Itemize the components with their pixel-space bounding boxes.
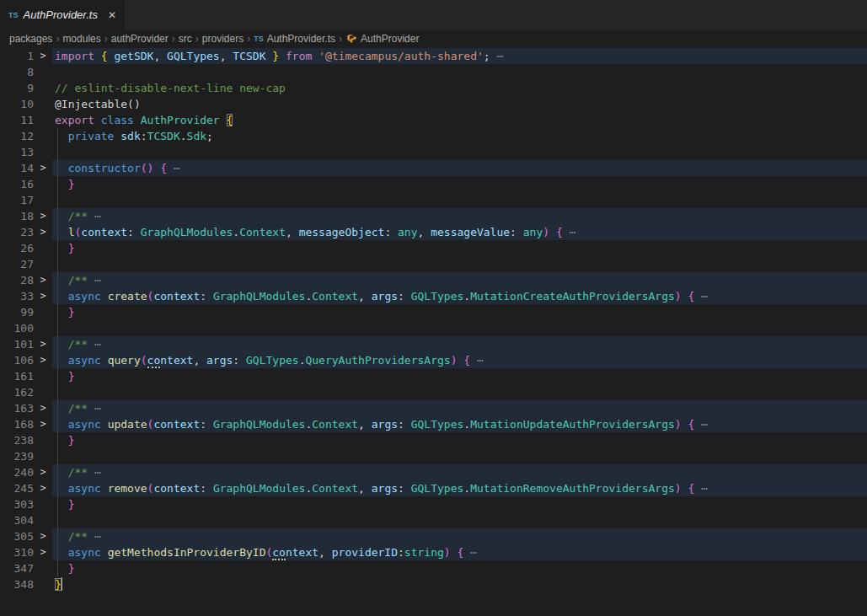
code-line[interactable]: 239 xyxy=(0,448,867,464)
line-content[interactable]: /** ⋯ xyxy=(52,336,867,352)
fold-chevron-icon[interactable]: > xyxy=(34,48,52,64)
line-content[interactable]: } xyxy=(52,368,867,384)
code-line[interactable]: 17 xyxy=(0,192,867,208)
code-line[interactable]: 14> constructor() { ⋯ xyxy=(0,160,867,176)
breadcrumb-item-packages[interactable]: packages xyxy=(9,33,52,45)
fold-chevron-icon[interactable]: > xyxy=(34,464,52,480)
breadcrumb-item-src[interactable]: src xyxy=(179,33,192,45)
fold-chevron-icon[interactable]: > xyxy=(34,208,52,224)
line-content[interactable]: /** ⋯ xyxy=(52,400,867,416)
code-line[interactable]: 33> async create(context: GraphQLModules… xyxy=(0,288,867,304)
code-line[interactable]: 27 xyxy=(0,256,867,272)
code-text: } xyxy=(55,498,74,511)
fold-chevron-icon[interactable]: > xyxy=(34,400,52,416)
breadcrumb-item-authprovider-ts[interactable]: TSAuthProvider.ts xyxy=(254,33,335,45)
line-content[interactable]: async query(context, args: GQLTypes.Quer… xyxy=(52,352,867,368)
code-line[interactable]: 238 } xyxy=(0,432,867,448)
fold-chevron-icon[interactable]: > xyxy=(34,544,52,560)
code-line[interactable]: 1>import { getSDK, GQLTypes, TCSDK } fro… xyxy=(0,48,867,64)
code-line[interactable]: 305> /** ⋯ xyxy=(0,528,867,544)
line-content[interactable]: constructor() { ⋯ xyxy=(52,160,867,176)
line-content[interactable] xyxy=(52,64,867,80)
line-content[interactable]: } xyxy=(52,304,867,320)
line-content[interactable] xyxy=(52,512,867,528)
line-content[interactable] xyxy=(52,144,867,160)
code-line[interactable]: 99 } xyxy=(0,304,867,320)
code-text: /** ⋯ xyxy=(55,210,101,222)
line-content[interactable]: export class AuthProvider { xyxy=(52,112,867,128)
line-content[interactable]: } xyxy=(52,432,867,448)
line-number: 238 xyxy=(0,432,34,448)
line-content[interactable]: @Injectable() xyxy=(52,96,867,112)
breadcrumb-item-modules[interactable]: modules xyxy=(62,33,100,45)
line-content[interactable]: } xyxy=(52,576,867,592)
code-line[interactable]: 348} xyxy=(0,576,867,592)
line-content[interactable]: async update(context: GraphQLModules.Con… xyxy=(52,416,867,432)
code-line[interactable]: 16 } xyxy=(0,176,867,192)
code-line[interactable]: 304 xyxy=(0,512,867,528)
code-line[interactable]: 245> async remove(context: GraphQLModule… xyxy=(0,480,867,496)
line-content[interactable]: } xyxy=(52,560,867,576)
code-line[interactable]: 13 xyxy=(0,144,867,160)
fold-chevron-icon[interactable]: > xyxy=(34,272,52,288)
line-content[interactable]: l(context: GraphQLModules.Context, messa… xyxy=(52,224,867,240)
breadcrumb-item-authprovider[interactable]: authProvider xyxy=(111,33,169,45)
code-line[interactable]: 8 xyxy=(0,64,867,80)
fold-chevron-icon[interactable]: > xyxy=(34,352,52,368)
code-area[interactable]: 1>import { getSDK, GQLTypes, TCSDK } fro… xyxy=(0,48,867,616)
line-content[interactable] xyxy=(52,320,867,336)
breadcrumb-item-authprovider[interactable]: AuthProvider xyxy=(345,33,419,45)
line-content[interactable]: async create(context: GraphQLModules.Con… xyxy=(52,288,867,304)
line-content[interactable] xyxy=(52,448,867,464)
close-icon[interactable]: ✕ xyxy=(108,9,116,21)
line-content[interactable]: /** ⋯ xyxy=(52,464,867,480)
code-line[interactable]: 240> /** ⋯ xyxy=(0,464,867,480)
line-content[interactable]: import { getSDK, GQLTypes, TCSDK } from … xyxy=(52,48,867,64)
code-line[interactable]: 168> async update(context: GraphQLModule… xyxy=(0,416,867,432)
code-line[interactable]: 18> /** ⋯ xyxy=(0,208,867,224)
line-content[interactable]: async getMethodsInProviderByID(context, … xyxy=(52,544,867,560)
line-content[interactable]: } xyxy=(52,496,867,512)
line-content[interactable]: /** ⋯ xyxy=(52,528,867,544)
code-line[interactable]: 12 private sdk:TCSDK.Sdk; xyxy=(0,128,867,144)
breadcrumb-label: AuthProvider.ts xyxy=(267,33,335,45)
code-line[interactable]: 303 } xyxy=(0,496,867,512)
code-line[interactable]: 347 } xyxy=(0,560,867,576)
code-line[interactable]: 10@Injectable() xyxy=(0,96,867,112)
fold-gutter xyxy=(34,96,52,112)
code-line[interactable]: 310> async getMethodsInProviderByID(cont… xyxy=(0,544,867,560)
code-line[interactable]: 28> /** ⋯ xyxy=(0,272,867,288)
code-line[interactable]: 23> l(context: GraphQLModules.Context, m… xyxy=(0,224,867,240)
code-text: constructor() { ⋯ xyxy=(55,162,180,174)
tab-authprovider[interactable]: TS AuthProvider.ts ✕ xyxy=(0,0,125,29)
fold-chevron-icon[interactable]: > xyxy=(34,528,52,544)
code-line[interactable]: 163> /** ⋯ xyxy=(0,400,867,416)
breadcrumb-item-providers[interactable]: providers xyxy=(202,33,244,45)
code-line[interactable]: 101> /** ⋯ xyxy=(0,336,867,352)
line-number: 28 xyxy=(0,272,34,288)
code-line[interactable]: 9// eslint-disable-next-line new-cap xyxy=(0,80,867,96)
code-line[interactable]: 26 } xyxy=(0,240,867,256)
line-content[interactable]: } xyxy=(52,176,867,192)
code-line[interactable]: 161 } xyxy=(0,368,867,384)
line-content[interactable]: async remove(context: GraphQLModules.Con… xyxy=(52,480,867,496)
line-content[interactable] xyxy=(52,384,867,400)
gutter: 239 xyxy=(0,448,52,464)
code-line[interactable]: 100 xyxy=(0,320,867,336)
code-line[interactable]: 162 xyxy=(0,384,867,400)
fold-chevron-icon[interactable]: > xyxy=(34,480,52,496)
line-content[interactable]: } xyxy=(52,240,867,256)
line-content[interactable] xyxy=(52,256,867,272)
line-content[interactable]: // eslint-disable-next-line new-cap xyxy=(52,80,867,96)
fold-chevron-icon[interactable]: > xyxy=(34,160,52,176)
code-line[interactable]: 11export class AuthProvider { xyxy=(0,112,867,128)
fold-chevron-icon[interactable]: > xyxy=(34,288,52,304)
line-content[interactable]: /** ⋯ xyxy=(52,208,867,224)
code-line[interactable]: 106> async query(context, args: GQLTypes… xyxy=(0,352,867,368)
fold-chevron-icon[interactable]: > xyxy=(34,416,52,432)
fold-chevron-icon[interactable]: > xyxy=(34,224,52,240)
line-content[interactable]: private sdk:TCSDK.Sdk; xyxy=(52,128,867,144)
line-content[interactable]: /** ⋯ xyxy=(52,272,867,288)
fold-chevron-icon[interactable]: > xyxy=(34,336,52,352)
line-content[interactable] xyxy=(52,192,867,208)
